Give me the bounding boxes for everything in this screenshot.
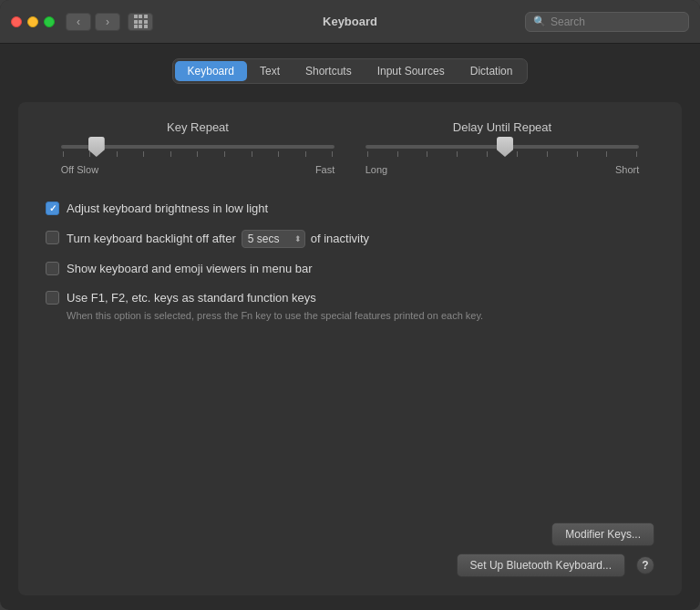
brightness-text-group: Adjust keyboard brightness in low light <box>67 201 268 217</box>
option-fn-keys-row: Use F1, F2, etc. keys as standard functi… <box>46 290 654 323</box>
setup-bluetooth-button[interactable]: Set Up Bluetooth Keyboard... <box>457 553 625 577</box>
backlight-suffix: of inactivity <box>311 231 369 247</box>
modifier-keys-button[interactable]: Modifier Keys... <box>551 522 654 546</box>
key-repeat-end-labels: Off Slow Fast <box>61 164 335 175</box>
help-button[interactable]: ? <box>636 556 654 574</box>
key-repeat-track <box>61 145 335 149</box>
search-box[interactable]: 🔍 <box>525 12 689 32</box>
key-repeat-slider-group: Key Repeat Off Slow <box>61 120 335 175</box>
window-title: Keyboard <box>323 15 377 28</box>
maximize-button[interactable] <box>44 16 55 27</box>
fn-keys-text-group: Use F1, F2, etc. keys as standard functi… <box>67 290 483 323</box>
bottom-row-2: Set Up Bluetooth Keyboard... ? <box>46 553 654 577</box>
backlight-text-group: Turn keyboard backlight off after 5 secs… <box>67 230 369 248</box>
option-brightness-row: ✓ Adjust keyboard brightness in low ligh… <box>46 201 654 217</box>
window: ‹ › Keyboard 🔍 Keyboard Text Sho <box>0 0 700 610</box>
backlight-inline: Turn keyboard backlight off after 5 secs… <box>67 230 369 248</box>
delay-long-label: Long <box>365 164 387 175</box>
forward-button[interactable]: › <box>95 13 120 31</box>
backlight-checkbox[interactable] <box>46 231 59 244</box>
fn-keys-sub-label: When this option is selected, press the … <box>67 309 483 323</box>
chevron-left-icon: ‹ <box>77 16 80 28</box>
option-emoji-row: Show keyboard and emoji viewers in menu … <box>46 261 654 277</box>
grid-menu-button[interactable] <box>128 13 153 31</box>
key-repeat-fast-label: Fast <box>315 164 335 175</box>
bottom-area: Modifier Keys... Set Up Bluetooth Keyboa… <box>46 508 654 577</box>
search-icon: 🔍 <box>533 16 546 27</box>
chevron-right-icon: › <box>106 16 109 28</box>
emoji-checkbox[interactable] <box>46 262 59 275</box>
emoji-label: Show keyboard and emoji viewers in menu … <box>67 261 313 277</box>
brightness-checkbox[interactable]: ✓ <box>46 202 59 215</box>
option-backlight-row: Turn keyboard backlight off after 5 secs… <box>46 230 654 248</box>
backlight-dropdown-wrapper: 5 secs 10 secs 30 secs 1 min 5 min ⬍ <box>242 230 305 248</box>
tab-dictation[interactable]: Dictation <box>458 61 526 81</box>
fn-keys-label: Use F1, F2, etc. keys as standard functi… <box>67 290 483 306</box>
search-input[interactable] <box>551 16 681 28</box>
close-button[interactable] <box>11 16 22 27</box>
key-repeat-off-label: Off Slow <box>61 164 98 175</box>
sliders-section: Key Repeat Off Slow <box>46 120 654 175</box>
backlight-dropdown[interactable]: 5 secs 10 secs 30 secs 1 min 5 min <box>242 230 305 248</box>
emoji-text-group: Show keyboard and emoji viewers in menu … <box>67 261 313 277</box>
delay-repeat-end-labels: Long Short <box>365 164 640 175</box>
back-button[interactable]: ‹ <box>66 13 91 31</box>
tab-keyboard[interactable]: Keyboard <box>175 61 247 81</box>
traffic-lights <box>11 16 55 27</box>
bottom-row-1: Modifier Keys... <box>46 522 654 546</box>
options-section: ✓ Adjust keyboard brightness in low ligh… <box>46 201 654 323</box>
backlight-label: Turn keyboard backlight off after <box>67 231 236 247</box>
delay-repeat-track <box>365 145 640 149</box>
titlebar: ‹ › Keyboard 🔍 <box>0 0 700 44</box>
check-icon: ✓ <box>49 203 57 213</box>
tab-input-sources[interactable]: Input Sources <box>365 61 458 81</box>
delay-repeat-label: Delay Until Repeat <box>453 120 551 134</box>
nav-buttons: ‹ › <box>66 13 153 31</box>
content-area: Keyboard Text Shortcuts Input Sources Di… <box>0 44 700 610</box>
key-repeat-label: Key Repeat <box>167 120 229 134</box>
settings-panel: Key Repeat Off Slow <box>18 102 682 595</box>
minimize-button[interactable] <box>27 16 38 27</box>
key-repeat-track-container <box>61 145 335 157</box>
tab-bar: Keyboard Text Shortcuts Input Sources Di… <box>172 58 529 84</box>
delay-repeat-slider-group: Delay Until Repeat Long <box>365 120 640 175</box>
fn-keys-checkbox[interactable] <box>46 291 59 305</box>
grid-icon <box>134 15 148 28</box>
brightness-label: Adjust keyboard brightness in low light <box>67 201 268 217</box>
tab-text[interactable]: Text <box>247 61 293 81</box>
key-repeat-ticks <box>61 151 335 157</box>
tab-shortcuts[interactable]: Shortcuts <box>293 61 365 81</box>
delay-repeat-track-container <box>365 145 640 157</box>
delay-short-label: Short <box>615 164 639 175</box>
